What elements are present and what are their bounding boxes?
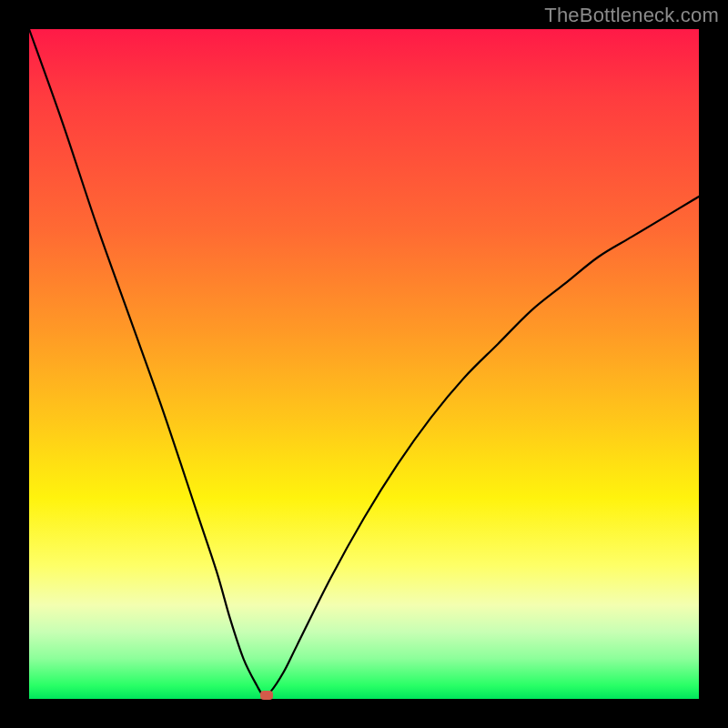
optimal-point-marker <box>260 691 273 700</box>
watermark-text: TheBottleneck.com <box>544 4 719 27</box>
bottleneck-curve <box>29 29 699 699</box>
chart-frame: TheBottleneck.com <box>0 0 728 728</box>
plot-area <box>29 29 699 699</box>
